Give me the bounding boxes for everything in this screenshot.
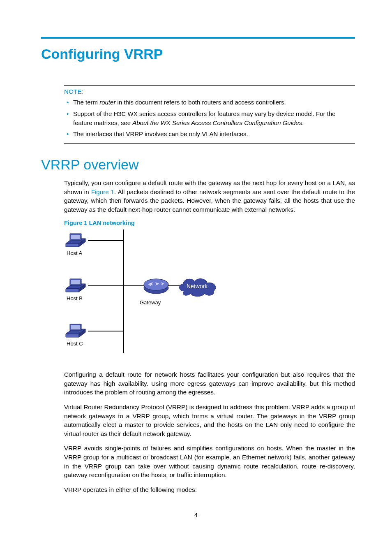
text: . bbox=[302, 119, 304, 126]
computer-icon bbox=[64, 232, 83, 248]
paragraph: VRRP operates in either of the following… bbox=[64, 485, 355, 494]
page-number: 4 bbox=[0, 512, 392, 518]
page-title: Configuring VRRP bbox=[41, 46, 355, 62]
svg-marker-1 bbox=[66, 243, 79, 247]
connector bbox=[88, 285, 124, 286]
computer-icon bbox=[64, 277, 83, 294]
router-icon bbox=[143, 275, 169, 298]
host-c-label: Host C bbox=[67, 341, 83, 347]
svg-marker-14 bbox=[71, 325, 80, 329]
section-heading: VRRP overview bbox=[41, 157, 355, 173]
top-rule bbox=[41, 37, 355, 39]
note-item: The term router in this document refers … bbox=[73, 97, 355, 108]
computer-icon bbox=[64, 322, 83, 339]
text: in this document refers to both routers … bbox=[115, 99, 286, 106]
paragraph: Configuring a default route for network … bbox=[64, 370, 355, 397]
paragraph: Typically, you can configure a default r… bbox=[64, 178, 355, 214]
lan-diagram: Host A Host B bbox=[64, 229, 224, 356]
italic-term: About the WX Series Access Controllers C… bbox=[132, 119, 302, 126]
text: The interfaces that VRRP involves can be… bbox=[73, 130, 248, 137]
host-c: Host C bbox=[64, 322, 83, 339]
connector bbox=[88, 331, 124, 331]
network-label: Network bbox=[187, 283, 208, 290]
paragraph: VRRP avoids single-points of failures an… bbox=[64, 444, 355, 479]
figure-caption: Figure 1 LAN networking bbox=[64, 220, 355, 226]
svg-marker-4 bbox=[71, 235, 80, 239]
host-b-label: Host B bbox=[67, 295, 83, 301]
connector bbox=[88, 240, 124, 241]
host-a-label: Host A bbox=[67, 250, 82, 256]
svg-marker-9 bbox=[71, 280, 80, 284]
note-box: NOTE: The term router in this document r… bbox=[64, 85, 355, 144]
text: The term bbox=[73, 99, 99, 106]
gateway-label: Gateway bbox=[140, 299, 161, 306]
bus-line bbox=[123, 229, 124, 353]
italic-term: router bbox=[99, 99, 115, 106]
host-a: Host A bbox=[64, 232, 83, 248]
note-list: The term router in this document refers … bbox=[64, 97, 355, 140]
paragraph: Virtual Router Redundancy Protocol (VRRP… bbox=[64, 403, 355, 438]
note-item: Support of the H3C WX series access cont… bbox=[73, 108, 355, 129]
figure-link[interactable]: Figure 1 bbox=[91, 188, 114, 195]
note-item: The interfaces that VRRP involves can be… bbox=[73, 128, 355, 140]
host-b: Host B bbox=[64, 277, 83, 294]
svg-marker-6 bbox=[66, 289, 79, 292]
svg-marker-11 bbox=[66, 334, 79, 337]
note-label: NOTE: bbox=[64, 88, 355, 95]
